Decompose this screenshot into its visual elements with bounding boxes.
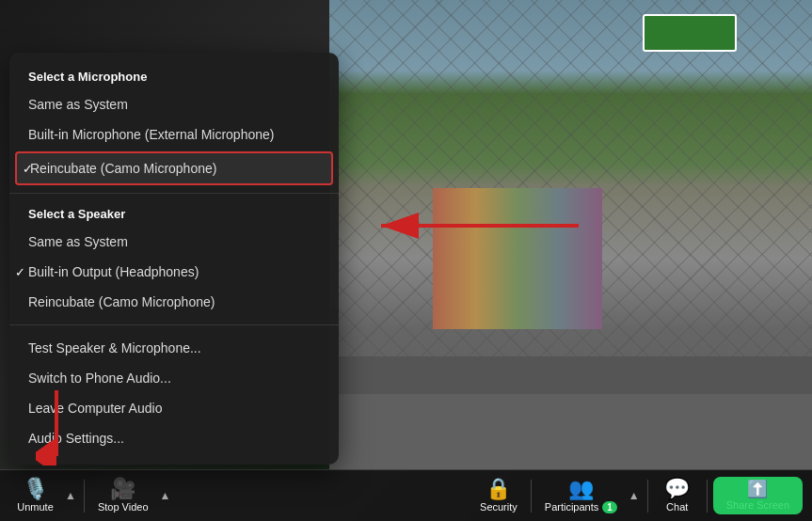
spk-reincubate-item[interactable]: Reincubate (Camo Microphone) (9, 287, 339, 317)
mic-section-header: Select a Microphone (9, 64, 339, 89)
participants-chevron-icon[interactable]: ▲ (627, 489, 642, 502)
sep-3 (647, 480, 648, 513)
sep-2 (531, 480, 532, 513)
toolbar: 🎙️ Unmute ▲ 🎥 Stop Video ▲ 🔒 Security 👥 … (0, 469, 812, 521)
arrow-right-annotation (372, 205, 588, 247)
test-speaker-mic-item[interactable]: Test Speaker & Microphone... (9, 333, 339, 363)
mic-same-system-item[interactable]: Same as System (9, 89, 339, 119)
security-icon: 🔒 (486, 479, 511, 499)
participants-label: Participants (545, 501, 598, 513)
chat-label: Chat (666, 501, 688, 513)
unmute-label: Unmute (17, 501, 54, 513)
mic-builtin-label: Built-in Microphone (External Microphone… (28, 127, 274, 142)
unmute-button[interactable]: 🎙️ Unmute (9, 475, 61, 516)
share-screen-icon: ⬆️ (747, 481, 768, 497)
video-chevron-icon[interactable]: ▲ (158, 489, 173, 502)
video-icon: 🎥 (110, 479, 135, 499)
mic-chevron-icon[interactable]: ▲ (63, 489, 78, 502)
participants-count-badge: 1 (602, 501, 617, 513)
chat-button[interactable]: 💬 Chat (654, 475, 701, 516)
chat-icon: 💬 (664, 479, 690, 499)
participants-icon: 👥 (568, 479, 594, 499)
test-speaker-mic-label: Test Speaker & Microphone... (28, 340, 201, 355)
spk-builtin-label: Built-in Output (Headphones) (28, 264, 199, 279)
arrow-down-annotation (36, 390, 78, 466)
security-label: Security (480, 501, 517, 513)
participants-button[interactable]: 👥 Participants 1 (537, 475, 625, 517)
spk-builtin-item[interactable]: ✓ Built-in Output (Headphones) (9, 257, 339, 287)
mic-same-system-label: Same as System (28, 97, 128, 112)
spk-builtin-check: ✓ (15, 265, 25, 279)
stop-video-button[interactable]: 🎥 Stop Video (90, 475, 156, 516)
spk-same-system-label: Same as System (28, 234, 128, 249)
share-screen-button[interactable]: ⬆️ Share Screen (713, 477, 803, 514)
mic-speaker-divider (9, 193, 339, 194)
switch-phone-label: Switch to Phone Audio... (28, 371, 171, 386)
mic-builtin-item[interactable]: Built-in Microphone (External Microphone… (9, 119, 339, 150)
spk-reincubate-label: Reincubate (Camo Microphone) (28, 294, 215, 309)
switch-phone-item[interactable]: Switch to Phone Audio... (9, 363, 339, 393)
stop-video-label: Stop Video (98, 501, 149, 513)
speaker-action-divider (9, 324, 339, 325)
mic-icon: 🎙️ (23, 479, 48, 499)
share-screen-label: Share Screen (726, 499, 789, 511)
spk-same-system-item[interactable]: Same as System (9, 227, 339, 257)
mic-reincubate-item[interactable]: ✓ Reincubate (Camo Microphone) (15, 151, 333, 185)
mic-reincubate-check: ✓ (23, 162, 33, 176)
sep-1 (84, 480, 85, 513)
security-button[interactable]: 🔒 Security (472, 475, 525, 516)
speaker-section-header: Select a Speaker (9, 201, 339, 227)
sep-4 (707, 480, 708, 513)
mic-reincubate-label: Reincubate (Camo Microphone) (30, 161, 216, 176)
